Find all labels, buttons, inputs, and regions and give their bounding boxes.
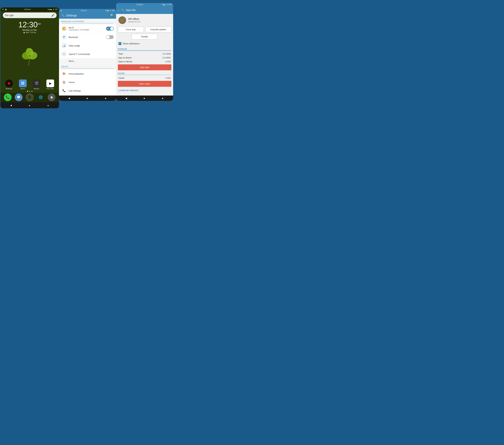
settings-xperia-item[interactable]: X Xperia™ Connectivity [59,50,116,58]
settings-search-icon[interactable]: 🔍 [110,14,114,17]
app-thumbnail: 🌿 [118,16,126,24]
settings-datausage-item[interactable]: 📊 Data usage [59,41,116,50]
wifi-toggle[interactable]: ON [106,27,114,31]
album-icon: 🖼 [19,79,27,87]
status-icons-right: ▾▾ ▶▶ ⚡ 100 [48,9,57,10]
search-bar[interactable]: Google 🎤 [3,13,57,18]
clear-data-button[interactable]: Clear data [118,64,171,70]
uninstall-updates-button[interactable]: Uninstall updates [145,27,171,32]
app-movies[interactable]: 🎬 Movies [31,79,42,90]
dock-menu[interactable]: ☰ [24,93,35,101]
recents-button-2[interactable]: ▲ [104,97,107,99]
app-walkman[interactable]: ⏺ Walkman [4,79,14,90]
clock-minute: 30 [29,20,38,29]
walkman-label: Walkman [6,88,12,90]
appinfo-body: 🌿 AR effect version 3.3.13 Force stop Un… [116,14,173,95]
storage-divider [118,50,171,51]
settings-wrench-icon: 🔧 [61,14,65,17]
appinfo-status-right: ▾ ▶▶ ⚡ 97% [162,4,172,5]
datausage-label: Data usage [69,44,114,47]
bluetooth-toggle[interactable]: OFF [106,35,114,39]
storage-data-row: Data on device 0.00B [118,60,171,63]
settings-more-item[interactable]: More… [59,58,116,64]
cache-divider [118,75,171,75]
phone-icon: 📞 [4,93,12,101]
call-icon: 📞 [62,89,66,92]
appinfo-back-button[interactable]: ‹ [118,8,119,12]
clear-cache-button[interactable]: Clear cache [118,81,171,87]
home-button[interactable]: ▲ [28,104,31,107]
google-logo: Google [5,14,14,17]
mic-icon[interactable]: 🎤 [51,14,54,17]
settings-home-item[interactable]: 🏠 Home [59,78,116,86]
dock-chrome[interactable]: 🌐 [35,93,46,101]
wifi-text: Wi-Fi Connected to "SKYF6960" [69,26,104,31]
app-playstore[interactable]: ▶ Play Store [45,79,55,90]
appinfo-time: 11:30 pm [136,4,143,5]
storage-header: STORAGE [118,47,171,50]
app-thumb-icon: 🌿 [120,18,125,22]
bluetooth-toggle-label: OFF [110,36,113,38]
status-bar-phone3: 11:30 pm ▾ ▶▶ ⚡ 97% [116,3,173,6]
status-bar-phone2: ▨ 2:41 pm ▾ ▶▶ ⚡ 100 [59,9,116,12]
alarm-time: Mon 7:00 am [26,31,36,34]
usb-icon: ⚡ [2,8,4,10]
menu-icon: ☰ [26,93,34,101]
appinfo-header: ‹ 🔧 App info [116,6,173,14]
bluetooth-label: Bluetooth [69,36,104,38]
dock-phone[interactable]: 📞 [2,93,13,101]
nav-bar-phone2: ◀ ▲ ▲ [59,95,116,101]
dot-2 [29,91,30,92]
xperia-icon: X [63,53,65,55]
phone1-homescreen: ⚡ 🤖 12:30 am ▾▾ ▶▶ ⚡ 100 Google 🎤 12:30a… [0,7,59,108]
clock-status: 12:30 am [24,8,31,10]
battery-level-3: 97% [169,4,172,5]
show-notifications-checkbox[interactable]: ✓ [118,42,121,45]
settings-status-right: ▾ ▶▶ ⚡ 100 [105,10,115,11]
back-button-3[interactable]: ◀ [125,97,127,100]
settings-call-item[interactable]: 📞 Call settings [59,87,116,95]
call-icon-circle: 📞 [61,88,67,93]
force-stop-button[interactable]: Force stop [118,27,144,32]
xperia-text: Xperia™ Connectivity [69,53,114,55]
wallpaper-clover [0,34,59,79]
wireless-section-header: WIRELESS & NETWORKS [59,19,116,23]
wifi-label: Wi-Fi [69,26,104,29]
bluetooth-icon: Ᵽ [63,36,65,38]
storage-total-label: Total [118,53,123,55]
settings-body: WIRELESS & NETWORKS 📶 Wi-Fi Connected to… [59,19,116,95]
nav-bar-phone1: ◀ ▲ ▲ [0,102,59,108]
wifi-icon-circle: 📶 [61,26,67,31]
app-album[interactable]: 🖼 Album [18,79,28,90]
settings-personalisation-item[interactable]: 🎨 Personalisation [59,70,116,78]
settings-title: Settings [66,14,77,17]
disable-button[interactable]: Disable [132,34,157,39]
settings-title-row: 🔧 Settings [61,14,77,17]
dock-messaging[interactable]: 💬 [13,93,24,101]
clock-alarm: ⏰ Mon 7:00 am [0,31,59,34]
storage-data-label: Data on device [118,60,132,63]
recents-button[interactable]: ▲ [47,104,49,107]
app-name-row: 🌿 AR effect version 3.3.13 [118,16,171,25]
settings-wifi-item[interactable]: 📶 Wi-Fi Connected to "SKYF6960" ON [59,24,116,33]
personalisation-icon-circle: 🎨 [61,71,67,76]
call-label: Call settings [69,90,81,92]
wifi-icon: ▾ [105,10,106,11]
sim-icon: ▨ [60,10,62,11]
nav-bar-phone3: ◀ ▲ ▲ [116,95,173,101]
home-button-3[interactable]: ▲ [143,97,145,99]
android-icon: 🤖 [5,8,7,10]
recents-button-3[interactable]: ▲ [162,97,164,99]
dock-camera[interactable]: ⏺ [46,93,57,101]
storage-app-label: App on device [118,56,132,59]
battery-status-icon: ⚡ [53,9,54,10]
settings-bluetooth-item[interactable]: Ᵽ Bluetooth OFF [59,33,116,41]
home-button-2[interactable]: ▲ [86,97,88,99]
signal-icon: ▶▶ [107,10,109,11]
home-content: Google 🎤 12:30am Monday 22 Dec ⏰ Mon 7:0… [0,11,59,102]
back-button[interactable]: ◀ [10,104,12,107]
notifications-row[interactable]: ✓ Show notifications [118,41,171,46]
back-button-2[interactable]: ◀ [68,97,70,100]
settings-status-left: ▨ [60,10,62,11]
playstore-label: Play Store [47,88,54,90]
